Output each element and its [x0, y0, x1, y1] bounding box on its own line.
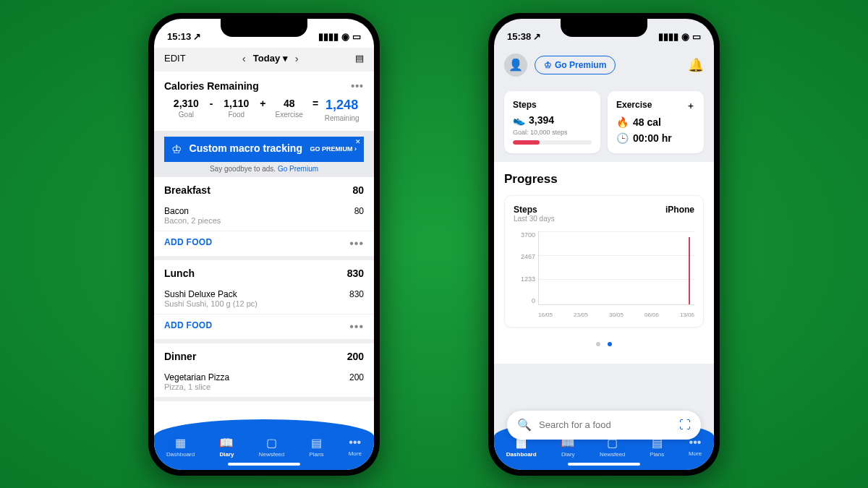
wifi-icon: ◉ [681, 31, 689, 42]
steps-value: 3,394 [529, 114, 554, 126]
page-dot [596, 342, 600, 346]
progress-section: Progress StepsLast 30 days iPhone 3700 2… [494, 162, 714, 364]
nutrition-icon[interactable]: ▤ [355, 53, 364, 64]
signal-icon: ▮▮▮▮ [658, 31, 678, 42]
pager[interactable] [494, 336, 714, 349]
location-icon: ↗ [533, 31, 541, 42]
newsfeed-icon: ▢ [266, 436, 277, 450]
barcode-icon[interactable]: ⛶ [679, 419, 691, 432]
goal-value: 2,310 [164, 98, 208, 109]
steps-chart-card[interactable]: StepsLast 30 days iPhone 3700 2467 1233 … [504, 195, 704, 328]
steps-goal: Goal: 10,000 steps [513, 129, 592, 136]
calories-heading: Calories Remaining [164, 80, 259, 92]
go-premium-button[interactable]: ♔Go Premium [535, 56, 616, 74]
crown-icon: ♔ [544, 60, 552, 70]
diary-icon: 📖 [219, 436, 234, 450]
tab-dashboard[interactable]: ▦Dashboard [166, 436, 195, 458]
phone-right: 15:38 ↗ ▮▮▮▮ ◉ ▭ 👤 ♔Go Premium 🔔 Steps 👟… [488, 13, 720, 476]
searchbar[interactable]: 🔍 ⛶ [507, 411, 701, 440]
battery-icon: ▭ [692, 31, 701, 42]
shoe-icon: 👟 [513, 114, 525, 126]
search-input[interactable] [539, 419, 672, 430]
add-food-button[interactable]: ADD FOOD [164, 320, 212, 333]
add-exercise-button[interactable]: ＋ [686, 100, 695, 112]
status-time: 15:13 [167, 31, 191, 42]
signal-icon: ▮▮▮▮ [318, 31, 339, 42]
home-indicator[interactable] [568, 463, 640, 466]
tab-plans[interactable]: ▤Plans [309, 436, 323, 458]
tab-diary[interactable]: 📖Diary [219, 436, 234, 458]
exercise-card[interactable]: Exercise＋ 🔥48 cal 🕒00:00 hr [608, 91, 704, 153]
food-value: 1,110 [214, 98, 258, 109]
meal-lunch: Lunch830 Sushi Deluxe PackSushi Sushi, 1… [154, 260, 374, 343]
meal-item[interactable]: Sushi Deluxe PackSushi Sushi, 100 g (12 … [154, 286, 374, 314]
status-time: 15:38 [507, 31, 531, 42]
exercise-value: 48 [267, 98, 311, 109]
meal-breakfast: Breakfast80 BaconBacon, 2 pieces80 ADD F… [154, 177, 374, 260]
home-indicator[interactable] [228, 463, 300, 466]
location-icon: ↗ [193, 31, 201, 42]
clock-icon: 🕒 [616, 132, 629, 144]
steps-progress [513, 140, 592, 145]
meal-dinner: Dinner200 Vegetarian PizzaPizza, 1 slice… [154, 343, 374, 401]
remaining-value: 1,248 [320, 98, 364, 113]
prev-day-button[interactable]: ‹ [242, 52, 246, 64]
chart-title: Steps [514, 205, 555, 215]
add-food-button[interactable]: ADD FOOD [164, 237, 212, 250]
tab-more[interactable]: •••More [349, 436, 362, 457]
battery-icon: ▭ [352, 31, 361, 42]
calories-card: Calories Remaining ••• 2,310Goal - 1,110… [154, 72, 374, 131]
more-icon: ••• [349, 436, 361, 449]
flame-icon: 🔥 [616, 116, 629, 128]
notch [561, 19, 647, 37]
close-icon[interactable]: ✕ [355, 138, 361, 145]
meal-item[interactable]: BaconBacon, 2 pieces80 [154, 203, 374, 231]
edit-button[interactable]: EDIT [164, 53, 186, 64]
summary-cards: Steps 👟3,394 Goal: 10,000 steps Exercise… [494, 82, 714, 162]
tab-newsfeed[interactable]: ▢Newsfeed [259, 436, 285, 458]
date-picker[interactable]: Today ▾ [253, 53, 288, 64]
crown-icon: ♔ [171, 142, 182, 156]
user-icon: 👤 [509, 58, 523, 72]
ad-note: Say goodbye to ads. Go Premium [164, 165, 364, 173]
premium-banner[interactable]: ♔ Custom macro tracking GO PREMIUM › ✕ [164, 137, 364, 162]
next-day-button[interactable]: › [295, 52, 299, 64]
go-premium-cta[interactable]: GO PREMIUM › [310, 145, 357, 153]
more-icon[interactable]: ••• [349, 237, 364, 250]
notch [221, 19, 307, 37]
phone-left: 15:13 ↗ ▮▮▮▮ ◉ ▭ EDIT ‹ Today ▾ › ▤ [148, 13, 380, 476]
exercise-time: 00:00 hr [633, 132, 672, 144]
meal-item[interactable]: Vegetarian PizzaPizza, 1 slice200 [154, 369, 374, 397]
progress-heading: Progress [494, 172, 714, 195]
more-icon[interactable]: ••• [351, 80, 364, 92]
steps-card[interactable]: Steps 👟3,394 Goal: 10,000 steps [504, 91, 600, 153]
plans-icon: ▤ [311, 436, 322, 450]
topbar: EDIT ‹ Today ▾ › ▤ [154, 48, 374, 72]
more-icon[interactable]: ••• [349, 320, 364, 333]
chart-spike [689, 237, 690, 304]
chart-area: 3700 2467 1233 0 16/05 [514, 231, 694, 318]
search-icon: 🔍 [517, 418, 532, 432]
chart-source: iPhone [665, 205, 694, 223]
dashboard-icon: ▦ [175, 436, 186, 450]
avatar[interactable]: 👤 [504, 53, 527, 77]
notifications-icon[interactable]: 🔔 [688, 57, 704, 73]
exercise-cal: 48 cal [633, 116, 661, 128]
page-dot-active [608, 342, 612, 346]
banner-area: ♔ Custom macro tracking GO PREMIUM › ✕ S… [154, 131, 374, 177]
chart-subtitle: Last 30 days [514, 215, 555, 223]
go-premium-link[interactable]: Go Premium [278, 165, 318, 173]
header: 👤 ♔Go Premium 🔔 [494, 48, 714, 82]
wifi-icon: ◉ [341, 31, 349, 42]
